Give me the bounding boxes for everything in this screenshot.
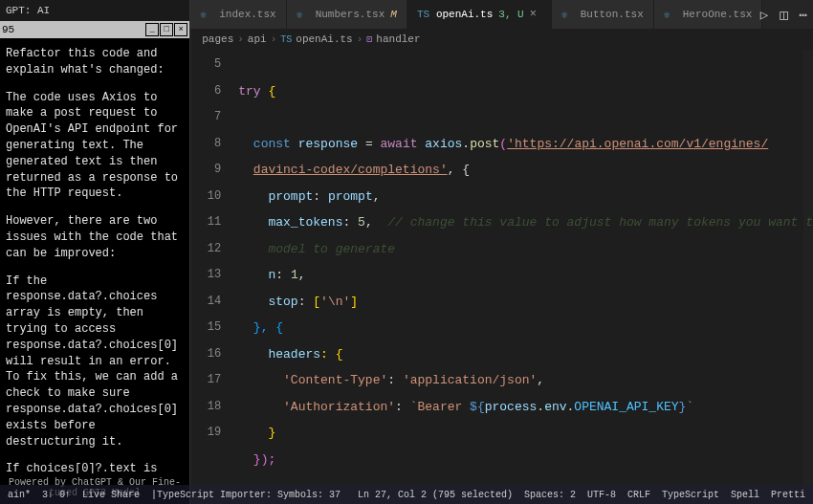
cursor-position[interactable]: Ln 27, Col 2 (795 selected) — [358, 490, 513, 500]
ts-icon: TS — [417, 8, 430, 21]
eol-status[interactable]: CRLF — [627, 490, 650, 500]
tab-label: openAi.ts — [436, 9, 493, 20]
chevron-right-icon: › — [271, 33, 277, 45]
chevron-right-icon: › — [237, 33, 244, 45]
ts-icon: ⚛ — [200, 8, 213, 21]
language-mode[interactable]: TypeScript — [662, 490, 719, 500]
ts-importer-status[interactable]: |TypeScript Importer: Symbols: 37 — [151, 490, 341, 500]
code-editor[interactable]: 5678910111213141516171819 try { const re… — [190, 50, 813, 504]
chat-text: The code uses Axios to make a post reque… — [6, 90, 184, 203]
branch-status[interactable]: ain* — [8, 490, 31, 500]
tab-modified-badge: M — [390, 9, 397, 20]
tab-heroone[interactable]: ⚛ HeroOne.tsx — [654, 0, 763, 29]
chevron-right-icon: › — [357, 33, 363, 45]
chat-text: If choices[0]?.text is null or undefined… — [6, 461, 184, 473]
liveshare-status[interactable]: Live Share — [82, 490, 140, 500]
panel-title: GPT: AI — [0, 0, 189, 21]
ts-icon: TS — [280, 34, 292, 45]
breadcrumb-seg[interactable]: api — [248, 33, 267, 45]
breadcrumb[interactable]: pages › api › TS openAi.ts › ⊡ handler — [190, 29, 813, 50]
breadcrumb-seg[interactable]: pages — [202, 33, 233, 45]
ts-icon: ⚛ — [561, 8, 575, 21]
minimize-button[interactable]: _ — [145, 23, 159, 36]
tab-numbers[interactable]: ⚛ Numbers.tsx M — [287, 0, 407, 29]
split-editor-icon[interactable]: ◫ — [778, 5, 789, 25]
indent-status[interactable]: Spaces: 2 — [524, 490, 576, 500]
tab-index[interactable]: ⚛ index.tsx — [190, 0, 286, 29]
run-icon[interactable]: ▷ — [758, 5, 770, 25]
line-gutter: 5678910111213141516171819 — [190, 50, 238, 504]
prettier-status[interactable]: Pretti — [771, 490, 805, 500]
ai-side-panel: GPT: AI 95 _ □ × Refactor this code and … — [0, 0, 190, 504]
chat-prompt: Refactor this code and explain what's ch… — [6, 46, 184, 78]
editor-group: ⚛ index.tsx ⚛ Numbers.tsx M TS openAi.ts… — [190, 0, 813, 504]
inner-window-title: 95 — [2, 24, 14, 35]
encoding-status[interactable]: UTF-8 — [587, 490, 616, 500]
sync-status[interactable]: 3↓ 0↑ — [42, 490, 71, 500]
chat-text: If the response.data?.choices array is e… — [6, 274, 184, 450]
ts-icon: ⚛ — [664, 8, 677, 21]
tab-openai[interactable]: TS openAi.ts 3, U × — [407, 0, 552, 29]
spellcheck-status[interactable]: Spell — [731, 490, 759, 500]
breadcrumb-seg[interactable]: handler — [376, 33, 420, 45]
breadcrumb-seg[interactable]: openAi.ts — [296, 33, 352, 45]
tab-label: HeroOne.tsx — [683, 9, 753, 20]
close-tab-icon[interactable]: × — [530, 8, 541, 21]
code-content[interactable]: try { const response = await axios.post(… — [238, 50, 813, 504]
chat-content: Refactor this code and explain what's ch… — [0, 38, 189, 473]
tab-status-badge: 3, U — [498, 9, 523, 20]
tab-label: index.tsx — [219, 9, 275, 20]
more-actions-icon[interactable]: ⋯ — [798, 5, 809, 25]
tab-bar: ⚛ index.tsx ⚛ Numbers.tsx M TS openAi.ts… — [190, 0, 813, 29]
status-bar: ain* 3↓ 0↑ Live Share |TypeScript Import… — [0, 485, 813, 504]
ts-icon: ⚛ — [297, 8, 310, 21]
method-icon: ⊡ — [366, 33, 372, 45]
tab-label: Button.tsx — [581, 9, 644, 20]
minimap[interactable] — [803, 50, 813, 504]
tab-button[interactable]: ⚛ Button.tsx — [552, 0, 654, 29]
close-button[interactable]: × — [174, 23, 187, 36]
tab-label: Numbers.tsx — [316, 9, 385, 20]
chat-text: However, there are two issues with the c… — [6, 213, 184, 261]
inner-window-titlebar: 95 _ □ × — [0, 21, 189, 38]
maximize-button[interactable]: □ — [160, 23, 173, 36]
